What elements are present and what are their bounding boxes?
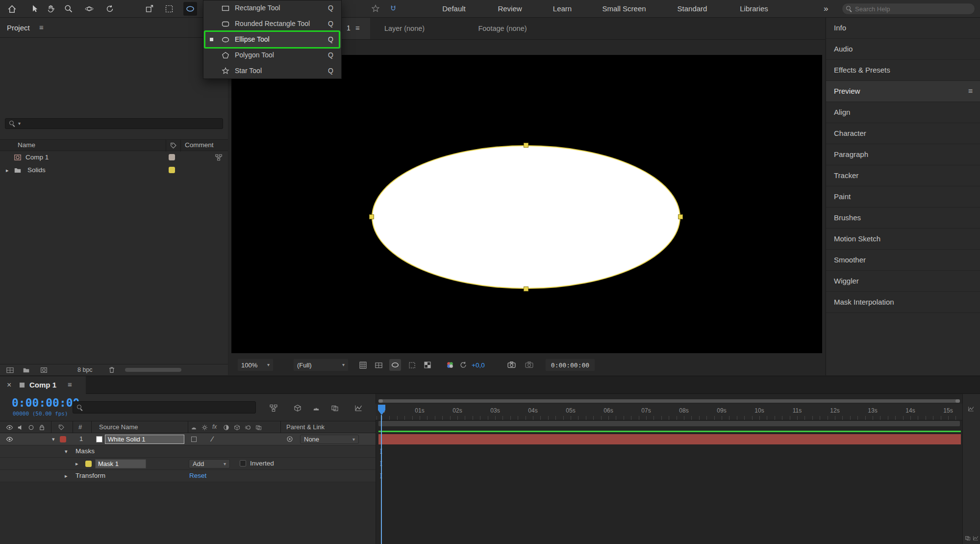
layer-duration-bar[interactable] xyxy=(378,434,961,444)
comp-marker-bin-icon[interactable] xyxy=(968,406,974,412)
timeline-search-box[interactable] xyxy=(73,401,256,414)
current-timecode[interactable]: 0:00:00:00 xyxy=(12,396,79,410)
inverted-label[interactable]: Inverted xyxy=(250,460,274,468)
interpret-footage-icon[interactable] xyxy=(6,366,14,374)
twirl-closed-icon[interactable]: ▸ xyxy=(75,461,78,466)
snapping-toggle[interactable] xyxy=(386,2,400,16)
exposure-value[interactable]: +0,0 xyxy=(472,362,485,370)
motion-blur-icon[interactable] xyxy=(245,424,251,431)
panel-menu-icon[interactable]: ≡ xyxy=(355,24,360,33)
panel-tab-motion-sketch[interactable]: Motion Sketch xyxy=(826,229,980,250)
draft-3d-icon[interactable] xyxy=(294,404,302,412)
solo-column-icon[interactable] xyxy=(27,424,35,431)
toggle-switches-icon[interactable] xyxy=(965,535,971,541)
navigator-right-handle[interactable] xyxy=(955,399,960,403)
masks-group-label[interactable]: Masks xyxy=(75,447,95,456)
zoom-tool-button[interactable] xyxy=(62,2,75,16)
project-row-solids[interactable]: ▸ Solids xyxy=(0,164,228,177)
lock-column-icon[interactable] xyxy=(38,424,46,431)
composition-tab-partial[interactable]: 1 ≡ xyxy=(342,18,370,39)
workspace-overflow-chevrons[interactable]: » xyxy=(824,3,828,14)
inverted-checkbox[interactable] xyxy=(240,460,246,466)
ellipse-mask-shape[interactable] xyxy=(372,145,680,289)
help-search-box[interactable] xyxy=(842,3,975,15)
rotation-tool-button[interactable] xyxy=(103,2,117,16)
parent-pick-whip-icon[interactable] xyxy=(286,436,293,442)
masks-group-row[interactable]: ▾ Masks xyxy=(0,445,376,458)
panel-menu-icon[interactable]: ≡ xyxy=(39,23,44,32)
project-search-input[interactable] xyxy=(23,120,219,128)
workspace-tab-review[interactable]: Review xyxy=(498,4,522,14)
panel-tab-character[interactable]: Character xyxy=(826,123,980,144)
panel-tab-paint[interactable]: Paint xyxy=(826,186,980,207)
navigator-left-handle[interactable] xyxy=(378,399,383,403)
project-item-name[interactable]: Solids xyxy=(27,166,46,175)
column-index[interactable]: # xyxy=(78,423,82,431)
parent-dropdown[interactable]: None ▾ xyxy=(300,435,359,444)
mask1-row[interactable]: ▸ Mask 1 Add ▾ Inverted xyxy=(0,458,376,470)
title-action-safe-icon[interactable] xyxy=(375,361,383,369)
panel-tab-tracker[interactable]: Tracker xyxy=(826,165,980,186)
mask-handle-top[interactable] xyxy=(524,143,528,148)
pan-behind-tool-button[interactable] xyxy=(143,2,156,16)
adjustment-layer-icon[interactable] xyxy=(223,424,229,431)
shape-tool-button[interactable] xyxy=(183,2,197,16)
delete-icon[interactable] xyxy=(108,366,116,374)
twirl-open-icon[interactable]: ▾ xyxy=(52,437,55,442)
panel-tab-wiggler[interactable]: Wiggler xyxy=(826,271,980,292)
reset-exposure-icon[interactable] xyxy=(459,361,467,369)
label-color-chip[interactable] xyxy=(169,154,175,160)
fx-switch-icon[interactable]: fx xyxy=(212,423,217,431)
composition-stage[interactable] xyxy=(231,55,822,353)
project-panel-title[interactable]: Project xyxy=(7,24,30,33)
mini-flowchart-icon[interactable] xyxy=(215,154,223,161)
column-source-name[interactable]: Source Name xyxy=(99,423,138,431)
menu-item-ellipse-tool[interactable]: Ellipse Tool Q xyxy=(203,32,341,48)
frame-blend-icon[interactable] xyxy=(331,404,339,412)
audio-column-icon[interactable] xyxy=(17,424,24,431)
playhead-line[interactable] xyxy=(381,415,382,544)
twirl-open-icon[interactable]: ▾ xyxy=(65,449,68,454)
zoom-timeline-icon[interactable] xyxy=(973,535,979,541)
collapse-transformations-icon[interactable] xyxy=(201,424,208,431)
panel-tab-preview[interactable]: Preview ≡ xyxy=(826,81,980,102)
panel-tab-mask-interpolation[interactable]: Mask Interpolation xyxy=(826,292,980,313)
project-search-box[interactable]: ▾ xyxy=(5,118,223,129)
mask-handle-left[interactable] xyxy=(369,214,374,219)
panel-tab-brushes[interactable]: Brushes xyxy=(826,207,980,229)
layer-viewer-tab[interactable]: Layer (none) xyxy=(384,24,425,33)
show-snapshot-icon[interactable] xyxy=(525,360,534,369)
panel-tab-smoother[interactable]: Smoother xyxy=(826,250,980,271)
workspace-tab-small-screen[interactable]: Small Screen xyxy=(602,4,646,14)
panel-menu-icon[interactable]: ≡ xyxy=(968,86,973,96)
transparency-grid-icon[interactable] xyxy=(424,361,431,369)
footage-viewer-tab[interactable]: Footage (none) xyxy=(478,24,527,33)
layer-visibility-eye-icon[interactable] xyxy=(6,436,13,443)
3d-layer-icon[interactable] xyxy=(234,424,240,431)
menu-item-rectangle-tool[interactable]: Rectangle Tool Q xyxy=(203,0,341,16)
selection-tool-button[interactable] xyxy=(27,2,41,16)
column-name[interactable]: Name xyxy=(18,141,35,150)
transform-reset-link[interactable]: Reset xyxy=(189,472,206,480)
panel-tab-effects-presets[interactable]: Effects & Presets xyxy=(826,60,980,81)
region-of-interest-icon[interactable] xyxy=(408,361,416,369)
column-parent-link[interactable]: Parent & Link xyxy=(286,423,325,431)
label-column-icon[interactable] xyxy=(58,424,65,431)
frame-blend-switch-icon[interactable] xyxy=(255,424,262,431)
hide-shy-layers-icon[interactable] xyxy=(312,404,320,412)
bit-depth-button[interactable]: 8 bpc xyxy=(77,366,93,374)
time-navigator-bar[interactable] xyxy=(378,399,960,403)
orbit-camera-tool-button[interactable] xyxy=(82,2,96,16)
workspace-tab-standard[interactable]: Standard xyxy=(678,4,707,14)
twirl-closed-icon[interactable]: ▸ xyxy=(65,473,68,479)
project-item-name[interactable]: Comp 1 xyxy=(25,154,49,162)
footer-scrollbar[interactable] xyxy=(125,368,181,372)
workspace-tab-default[interactable]: Default xyxy=(442,4,466,14)
time-ruler[interactable]: 0s 01s 02s 03s 04s 05s 06s 07s 08s 09s 1… xyxy=(376,404,962,420)
collapse-switch[interactable] xyxy=(191,437,197,442)
panel-menu-icon[interactable]: ≡ xyxy=(68,380,72,389)
new-composition-icon[interactable] xyxy=(40,366,48,374)
viewer-timecode-box[interactable]: 0:00:00:00 xyxy=(545,359,595,371)
transform-group-label[interactable]: Transform xyxy=(75,472,105,480)
workspace-tab-libraries[interactable]: Libraries xyxy=(740,4,768,14)
